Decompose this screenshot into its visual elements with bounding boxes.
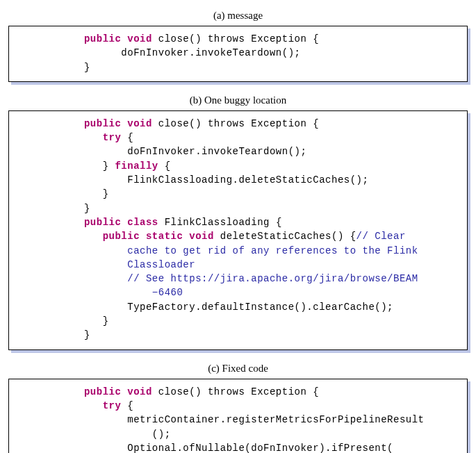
keyword: public void (84, 33, 152, 44)
keyword: try (103, 132, 122, 143)
comment: cache to get rid of any references to th… (16, 245, 418, 299)
comment: // Clear (356, 231, 406, 242)
code-text: close() throws Exception { (152, 118, 319, 129)
code-block-latest: public void close() throws Exception { t… (8, 379, 468, 453)
code-text: close() throws Exception { (152, 33, 319, 44)
keyword: public void (84, 386, 152, 397)
code-text: deleteStaticCaches() { (214, 231, 356, 242)
keyword: public void (84, 118, 152, 129)
code-block-buggy: public void close() throws Exception { d… (8, 26, 468, 82)
code-block-fixed: public void close() throws Exception { t… (8, 110, 468, 350)
code-text: FlinkClassloading { (158, 217, 282, 228)
code-text: } (84, 315, 109, 327)
caption-a: (a) message (6, 10, 470, 22)
code-text: Optional.ofNullable(doFnInvoker).ifPrese… (84, 443, 393, 453)
code-text: doFnInvoker.invokeTeardown(); (84, 146, 306, 157)
code-text: } (84, 160, 115, 172)
code-text (84, 231, 103, 242)
code-text: { (121, 132, 133, 143)
code-text: } (84, 62, 90, 73)
code-text: { (121, 400, 133, 411)
code-text (84, 400, 103, 411)
code-text: FlinkClassloading.deleteStaticCaches(); (84, 174, 368, 186)
keyword: finally (115, 160, 158, 172)
code-text: (); (84, 429, 171, 440)
code-text (84, 132, 103, 143)
caption-b: (b) One buggy location (6, 94, 470, 106)
code-text: { (158, 160, 171, 172)
code-text: } (84, 329, 90, 340)
keyword: public class (84, 217, 158, 228)
code-text: } (84, 188, 109, 199)
keyword: public static void (103, 231, 214, 242)
code-text: TypeFactory.defaultInstance().clearCache… (84, 302, 393, 313)
caption-c: (c) Fixed code (6, 363, 470, 374)
keyword: try (103, 400, 122, 411)
code-text: } (84, 203, 90, 214)
code-text: doFnInvoker.invokeTeardown(); (84, 47, 301, 58)
code-text: close() throws Exception { (152, 386, 319, 397)
code-text: metricContainer.registerMetricsForPipeli… (84, 414, 425, 425)
